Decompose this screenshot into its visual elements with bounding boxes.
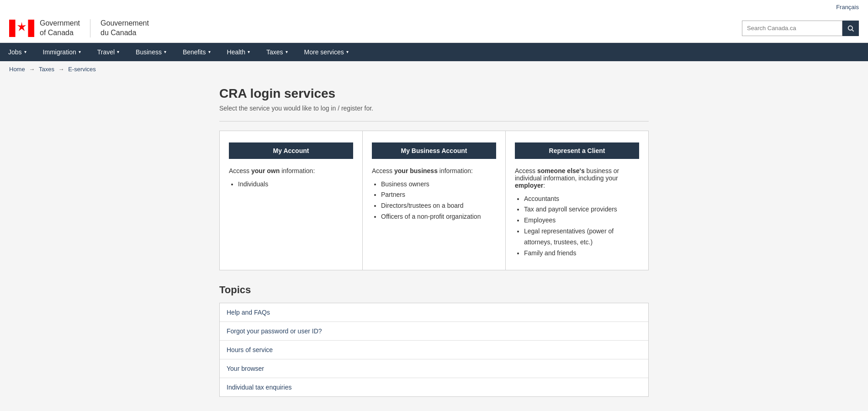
- represent-client-list: Accountants Tax and payroll service prov…: [515, 194, 639, 259]
- chevron-down-icon: ▾: [79, 49, 81, 54]
- topic-item-hours: Hours of service: [220, 341, 648, 359]
- topics-list: Help and FAQs Forgot your password or us…: [219, 303, 649, 397]
- topic-link-forgot-password[interactable]: Forgot your password or user ID?: [227, 327, 322, 335]
- page-subtitle: Select the service you would like to log…: [219, 105, 649, 112]
- nav-item-health[interactable]: Health ▾: [219, 43, 258, 61]
- nav-item-benefits[interactable]: Benefits ▾: [175, 43, 219, 61]
- search-input[interactable]: [742, 21, 842, 36]
- cards-container: My Account Access your own information: …: [219, 131, 649, 271]
- search-icon: [847, 25, 854, 32]
- nav-item-more-services[interactable]: More services ▾: [296, 43, 357, 61]
- breadcrumb-eservices[interactable]: E-services: [68, 66, 96, 73]
- represent-client-button[interactable]: Represent a Client: [515, 142, 639, 159]
- header: Governmentof Canada Gouvernementdu Canad…: [0, 14, 868, 43]
- list-item: Individuals: [238, 179, 353, 190]
- my-account-list: Individuals: [229, 179, 353, 190]
- chevron-down-icon: ▾: [248, 49, 250, 54]
- list-item: Tax and payroll service providers: [524, 204, 639, 215]
- nav-item-business[interactable]: Business ▾: [127, 43, 175, 61]
- breadcrumb: Home → Taxes → E-services: [0, 61, 868, 77]
- list-item: Family and friends: [524, 248, 639, 259]
- represent-client-desc: Access someone else's business or indivi…: [515, 167, 639, 189]
- gov-name-en: Governmentof Canada: [40, 19, 80, 37]
- my-account-desc: Access your own information:: [229, 167, 353, 174]
- list-item: Directors/trustees on a board: [381, 200, 496, 211]
- chevron-down-icon: ▾: [24, 49, 26, 54]
- nav-bar: Jobs ▾ Immigration ▾ Travel ▾ Business ▾…: [0, 43, 868, 61]
- svg-rect-0: [9, 20, 16, 37]
- main-content: CRA login services Select the service yo…: [210, 77, 658, 406]
- search-area: [742, 21, 859, 36]
- chevron-down-icon: ▾: [208, 49, 211, 54]
- page-title: CRA login services: [219, 86, 649, 101]
- list-item: Partners: [381, 190, 496, 200]
- header-separator: [90, 19, 90, 37]
- my-account-button[interactable]: My Account: [229, 142, 353, 159]
- canada-flag-icon: [9, 20, 34, 37]
- top-bar: Français: [0, 0, 868, 14]
- represent-client-card: Represent a Client Access someone else's…: [506, 131, 648, 270]
- breadcrumb-taxes[interactable]: Taxes: [39, 66, 54, 73]
- list-item: Officers of a non-profit organization: [381, 211, 496, 222]
- topic-link-individual-tax[interactable]: Individual tax enquiries: [227, 384, 291, 391]
- list-item: Legal representatives (power of attorney…: [524, 226, 639, 248]
- topic-link-help[interactable]: Help and FAQs: [227, 309, 270, 316]
- chevron-down-icon: ▾: [164, 49, 166, 54]
- topic-item-browser: Your browser: [220, 359, 648, 378]
- gov-name: Governmentof Canada: [40, 19, 80, 38]
- nav-item-immigration[interactable]: Immigration ▾: [35, 43, 89, 61]
- chevron-down-icon: ▾: [286, 49, 288, 54]
- list-item: Employees: [524, 215, 639, 226]
- my-business-account-list: Business owners Partners Directors/trust…: [372, 179, 496, 222]
- chevron-down-icon: ▾: [346, 49, 349, 54]
- topic-item-forgot-password: Forgot your password or user ID?: [220, 322, 648, 341]
- topic-item-individual-tax: Individual tax enquiries: [220, 378, 648, 396]
- topic-link-hours[interactable]: Hours of service: [227, 346, 273, 353]
- list-item: Business owners: [381, 179, 496, 190]
- language-toggle[interactable]: Français: [836, 4, 859, 11]
- nav-item-travel[interactable]: Travel ▾: [89, 43, 127, 61]
- breadcrumb-home[interactable]: Home: [9, 66, 25, 73]
- gov-name-fr: Gouvernementdu Canada: [101, 19, 149, 38]
- page-divider: [219, 121, 649, 121]
- search-button[interactable]: [842, 21, 859, 36]
- breadcrumb-arrow: →: [29, 66, 37, 73]
- my-business-account-desc: Access your business information:: [372, 167, 496, 174]
- topics-title: Topics: [219, 284, 649, 296]
- chevron-down-icon: ▾: [117, 49, 119, 54]
- my-business-account-button[interactable]: My Business Account: [372, 142, 496, 159]
- svg-line-5: [852, 30, 854, 32]
- topic-link-browser[interactable]: Your browser: [227, 365, 264, 372]
- logo-area: Governmentof Canada Gouvernementdu Canad…: [9, 19, 149, 38]
- list-item: Accountants: [524, 194, 639, 205]
- my-account-card: My Account Access your own information: …: [220, 131, 363, 270]
- svg-rect-1: [28, 20, 34, 37]
- my-business-account-card: My Business Account Access your business…: [363, 131, 506, 270]
- svg-point-4: [848, 26, 852, 30]
- breadcrumb-arrow: →: [58, 66, 66, 73]
- nav-item-jobs[interactable]: Jobs ▾: [0, 43, 35, 61]
- topic-item-help: Help and FAQs: [220, 303, 648, 322]
- nav-item-taxes[interactable]: Taxes ▾: [258, 43, 296, 61]
